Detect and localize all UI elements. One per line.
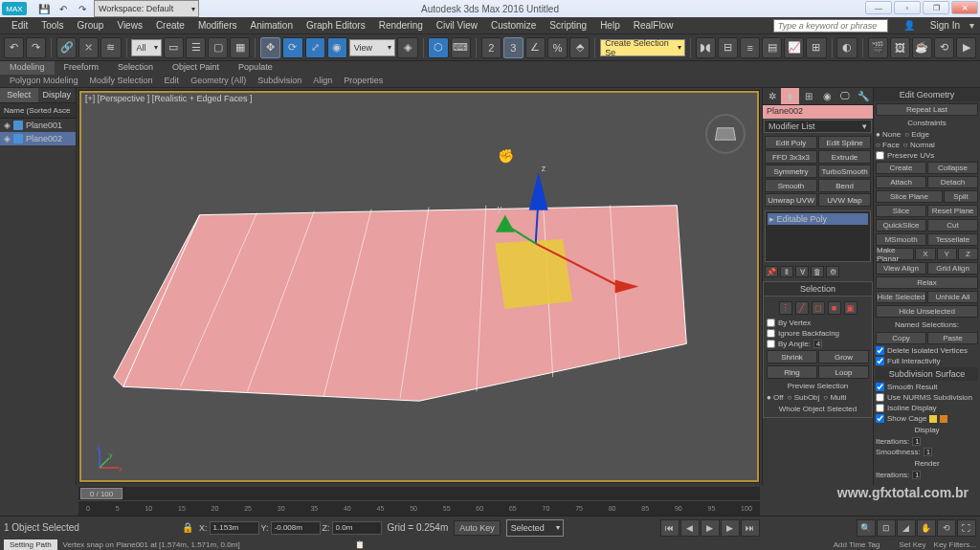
next-frame-icon[interactable]: ▶ bbox=[721, 519, 740, 537]
layer-explorer-icon[interactable]: ≡ bbox=[740, 37, 760, 58]
goto-end-icon[interactable]: ⏭ bbox=[741, 519, 760, 537]
subobj-element-icon[interactable]: ▣ bbox=[844, 301, 858, 315]
percent-snap-icon[interactable]: % bbox=[547, 37, 568, 58]
iterations-spinner[interactable] bbox=[912, 437, 921, 446]
stack-editable-poly[interactable]: ▸ Editable Poly bbox=[768, 213, 868, 225]
full-interactivity-checkbox[interactable] bbox=[876, 357, 884, 365]
edit-geometry-header[interactable]: Edit Geometry bbox=[874, 88, 980, 101]
ribbon-panel-geometry[interactable]: Geometry (All) bbox=[185, 75, 252, 88]
undo-big-icon[interactable]: ↶ bbox=[4, 37, 24, 58]
key-filters-button[interactable]: Key Filters... bbox=[934, 540, 976, 549]
script-listener-icon[interactable]: 📋 bbox=[355, 540, 365, 549]
tree-item-plane002[interactable]: ◈ Plane002 bbox=[0, 132, 76, 145]
viewport-perspective[interactable]: [+] [Perspective ] [Realistic + Edged Fa… bbox=[78, 90, 760, 483]
spinner-snap-icon[interactable]: ⬘ bbox=[569, 37, 590, 58]
subdivision-header[interactable]: Subdivision Surface bbox=[876, 367, 978, 381]
menu-create[interactable]: Create bbox=[150, 18, 190, 33]
keyboard-shortcut-icon[interactable]: ⌨ bbox=[451, 37, 471, 58]
ignore-backfacing-checkbox[interactable] bbox=[767, 329, 775, 338]
maximize-button[interactable]: ❐ bbox=[923, 1, 949, 14]
mod-turbosmooth[interactable]: TurboSmooth bbox=[818, 165, 871, 178]
menu-edit[interactable]: Edit bbox=[6, 18, 33, 33]
fov-icon[interactable]: ◢ bbox=[897, 519, 916, 537]
subobj-vertex-icon[interactable]: ⋮ bbox=[779, 301, 792, 315]
coord-x-input[interactable] bbox=[210, 521, 259, 535]
redo-big-icon[interactable]: ↷ bbox=[26, 37, 46, 58]
hide-selected-button[interactable]: Hide Selected bbox=[876, 291, 926, 303]
mod-uvw-map[interactable]: UVW Map bbox=[818, 193, 871, 207]
show-end-result-icon[interactable]: Ⅱ bbox=[780, 266, 793, 277]
object-name-field[interactable]: Plane002 bbox=[763, 105, 873, 119]
selection-filter-dropdown[interactable]: All bbox=[131, 39, 161, 56]
smoothness-spinner[interactable] bbox=[924, 448, 932, 456]
redo-icon[interactable]: ↷ bbox=[75, 2, 90, 15]
named-selection-dropdown[interactable]: Create Selection Se bbox=[600, 39, 685, 56]
planar-y[interactable]: Y bbox=[937, 248, 957, 260]
cut-button[interactable]: Cut bbox=[927, 219, 978, 231]
menu-graph-editors[interactable]: Graph Editors bbox=[301, 18, 371, 33]
unlink-icon[interactable]: ⤫ bbox=[78, 37, 99, 58]
cmd-tab-utilities-icon[interactable]: 🔧 bbox=[855, 88, 873, 104]
render-setup-icon[interactable]: 🎬 bbox=[868, 37, 888, 58]
rollout-header[interactable]: Selection bbox=[763, 281, 873, 296]
render-iterations-spinner[interactable] bbox=[912, 471, 921, 479]
detach-button[interactable]: Detach bbox=[927, 176, 978, 188]
add-time-tag[interactable]: Add Time Tag bbox=[834, 540, 880, 549]
subobj-edge-icon[interactable]: ╱ bbox=[795, 301, 809, 315]
link-icon[interactable]: 🔗 bbox=[56, 37, 77, 58]
zoom-icon[interactable]: 🔍 bbox=[857, 519, 876, 537]
ribbon-tab-populate[interactable]: Populate bbox=[229, 61, 282, 75]
subobj-border-icon[interactable]: ◻ bbox=[812, 301, 825, 315]
copy-button[interactable]: Copy bbox=[876, 332, 926, 344]
preserve-uvs-checkbox[interactable] bbox=[876, 151, 884, 160]
by-angle-spinner[interactable] bbox=[813, 340, 822, 348]
restore-button[interactable]: ▫ bbox=[894, 1, 921, 14]
collapse-button[interactable]: Collapse bbox=[927, 162, 978, 174]
menu-tools[interactable]: Tools bbox=[35, 18, 69, 33]
save-icon[interactable]: 💾 bbox=[36, 2, 52, 15]
minimize-button[interactable]: — bbox=[865, 1, 892, 14]
maximize-viewport-icon[interactable]: ⛶ bbox=[957, 519, 976, 537]
view-align-button[interactable]: View Align bbox=[876, 262, 926, 275]
set-key-button[interactable]: Set Key bbox=[900, 540, 926, 549]
modifier-stack[interactable]: ▸ Editable Poly bbox=[765, 210, 871, 262]
menu-customize[interactable]: Customize bbox=[485, 18, 542, 33]
explorer-column-header[interactable]: Name (Sorted Asce bbox=[0, 103, 76, 119]
by-vertex-checkbox[interactable] bbox=[767, 319, 775, 327]
cmd-tab-hierarchy-icon[interactable]: ⊞ bbox=[799, 88, 817, 104]
curve-editor-icon[interactable]: 📈 bbox=[784, 37, 804, 58]
paste-button[interactable]: Paste bbox=[927, 332, 978, 344]
make-planar-button[interactable]: Make Planar bbox=[876, 248, 914, 260]
menu-civil-view[interactable]: Civil View bbox=[431, 18, 483, 33]
menu-animation[interactable]: Animation bbox=[244, 18, 298, 33]
tree-item-plane001[interactable]: ◈ Plane001 bbox=[0, 119, 76, 132]
coord-y-input[interactable] bbox=[271, 521, 321, 535]
bind-spacewarp-icon[interactable]: ≋ bbox=[100, 37, 121, 58]
menu-rendering[interactable]: Rendering bbox=[373, 18, 429, 33]
menu-help[interactable]: Help bbox=[594, 18, 626, 33]
help-search-input[interactable] bbox=[773, 19, 888, 33]
subobj-polygon-icon[interactable]: ■ bbox=[828, 301, 841, 315]
select-rotate-icon[interactable]: ⟳ bbox=[282, 37, 302, 58]
ribbon-panel-polygon-modeling[interactable]: Polygon Modeling bbox=[4, 75, 84, 88]
auto-key-button[interactable]: Auto Key bbox=[454, 520, 501, 536]
quickslice-button[interactable]: QuickSlice bbox=[876, 219, 926, 231]
mod-unwrap-uvw[interactable]: Unwrap UVW bbox=[765, 193, 817, 207]
cmd-tab-modify-icon[interactable]: ◗ bbox=[781, 88, 799, 104]
hide-unselected-button[interactable]: Hide Unselected bbox=[876, 305, 978, 318]
mod-edit-poly[interactable]: Edit Poly bbox=[765, 136, 817, 149]
snap-3d-icon[interactable]: 3 bbox=[503, 37, 523, 58]
remove-mod-icon[interactable]: 🗑 bbox=[811, 266, 824, 277]
grow-button[interactable]: Grow bbox=[818, 350, 869, 363]
track-bar[interactable]: 0510152025303540455055606570758085909510… bbox=[78, 500, 760, 516]
select-by-name-icon[interactable]: ☰ bbox=[186, 37, 206, 58]
toggle-ribbon-icon[interactable]: ▤ bbox=[762, 37, 782, 58]
material-editor-icon[interactable]: ◐ bbox=[836, 37, 857, 58]
lock-selection-icon[interactable]: 🔒 bbox=[182, 522, 193, 533]
select-scale-icon[interactable]: ⤢ bbox=[305, 37, 325, 58]
close-button[interactable]: ✕ bbox=[951, 1, 978, 14]
render-activeview-icon[interactable]: ▶ bbox=[956, 37, 976, 58]
app-menu-icon[interactable]: MAX bbox=[2, 2, 27, 15]
select-place-icon[interactable]: ◉ bbox=[327, 37, 347, 58]
isoline-checkbox[interactable] bbox=[876, 404, 884, 412]
